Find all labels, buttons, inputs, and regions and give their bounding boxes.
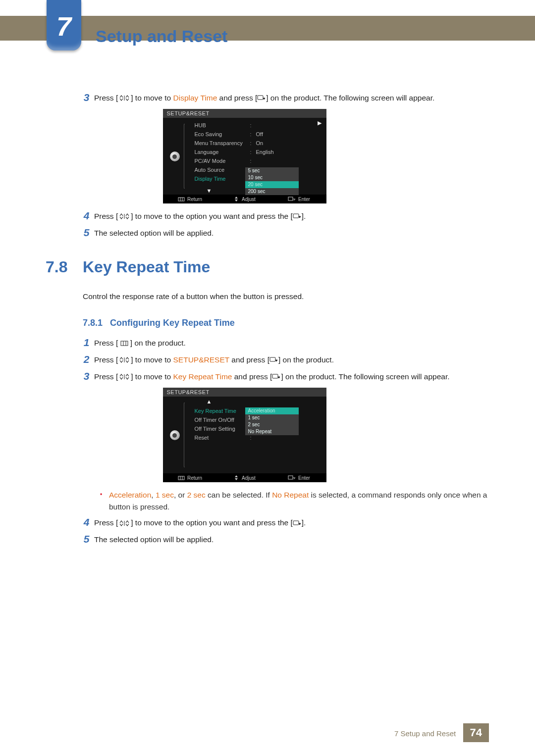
menu-icon: [178, 476, 185, 480]
section-intro: Control the response rate of a button wh…: [0, 292, 489, 301]
step-text: Press [] to move to Display Time and pre…: [94, 92, 489, 104]
svg-rect-18: [288, 476, 293, 479]
step-number: 3: [80, 92, 93, 102]
step-text: Press [] to move to the option you want …: [94, 210, 489, 222]
footer-label: 7 Setup and Reset: [394, 729, 456, 738]
subsection-heading: 7.8.1Configuring Key Repeat Time: [0, 318, 489, 328]
step-number: 5: [80, 534, 93, 544]
svg-rect-20: [293, 521, 299, 525]
osd-key-repeat: SETUP&RESET ▲ Key Repeat Time:Off Timer …: [163, 388, 326, 482]
osd-title: SETUP&RESET: [163, 109, 326, 118]
svg-rect-1: [258, 96, 263, 100]
osd-title: SETUP&RESET: [163, 388, 326, 397]
svg-rect-7: [293, 214, 299, 218]
bullet-text: Acceleration, 1 sec, or 2 sec can be sel…: [109, 489, 489, 513]
enter-icon: [288, 197, 296, 202]
step-text: Press [] to move to SETUP&RESET and pres…: [94, 354, 489, 366]
arrow-down-icon: ▼: [207, 188, 212, 194]
menu-icon: [178, 197, 185, 202]
updown-icon: [118, 374, 131, 380]
osd-menu-item[interactable]: Eco Saving:Off: [187, 130, 326, 139]
arc-decor: [184, 124, 185, 189]
step-number: 2: [80, 354, 93, 364]
step-number: 4: [80, 210, 93, 221]
osd-dropdown[interactable]: Acceleration1 sec2 secNo Repeat: [245, 407, 299, 435]
source-icon: [269, 357, 278, 363]
osd-dropdown-option[interactable]: Acceleration: [245, 407, 299, 414]
osd-display-time: SETUP&RESET ▶ HUB:Eco Saving:OffMenu Tra…: [163, 109, 326, 203]
svg-rect-2: [178, 198, 184, 201]
osd-dropdown[interactable]: 5 sec10 sec20 sec200 sec: [245, 167, 299, 195]
gear-icon: [170, 151, 180, 161]
svg-rect-8: [121, 341, 128, 346]
step-text: The selected option will be applied.: [94, 534, 489, 546]
osd-dropdown-option[interactable]: 1 sec: [245, 414, 299, 421]
chapter-number: 7: [47, 11, 81, 42]
page-number: 74: [463, 723, 489, 742]
updown-icon: [118, 520, 131, 527]
source-icon: [293, 213, 302, 220]
section-number: 7.8: [46, 258, 83, 276]
osd-dropdown-option[interactable]: 5 sec: [245, 167, 299, 174]
menu-icon: [120, 341, 128, 346]
osd-menu-item[interactable]: Language:English: [187, 148, 326, 156]
chapter-title: Setup and Reset: [96, 27, 227, 46]
source-icon: [293, 520, 302, 527]
osd-footer: Return Adjust Enter: [163, 195, 326, 203]
osd-dropdown-option[interactable]: No Repeat: [245, 428, 299, 435]
source-icon: [257, 95, 266, 101]
bullet-icon: •: [100, 489, 109, 513]
step-text: Press [] to move to Key Repeat Time and …: [94, 371, 489, 383]
osd-dropdown-option[interactable]: 20 sec: [245, 181, 299, 188]
step-number: 4: [80, 517, 93, 527]
enter-icon: [288, 475, 296, 480]
gear-icon: [170, 430, 180, 440]
osd-dropdown-option[interactable]: 200 sec: [245, 188, 299, 195]
svg-rect-12: [270, 357, 275, 361]
osd-menu-item[interactable]: Menu Transparency:On: [187, 139, 326, 148]
section-title: Key Repeat Time: [83, 258, 210, 276]
updown-icon: [118, 95, 131, 101]
osd-menu-item[interactable]: HUB:: [187, 121, 326, 130]
adjust-icon: [233, 475, 239, 481]
step-number: 1: [80, 337, 93, 348]
svg-rect-15: [178, 476, 184, 480]
step-text: Press [ ] on the product.: [94, 337, 489, 349]
updown-icon: [118, 213, 131, 220]
step-number: 5: [80, 227, 93, 238]
chapter-badge: 7: [47, 0, 81, 50]
step-text: Press [] to move to the option you want …: [94, 517, 489, 529]
page-footer: 7 Setup and Reset 74: [0, 723, 535, 742]
adjust-icon: [233, 196, 239, 202]
osd-menu-item[interactable]: PC/AV Mode:: [187, 156, 326, 165]
arrow-up-icon: ▲: [207, 399, 212, 404]
osd-footer: Return Adjust Enter: [163, 473, 326, 482]
osd-dropdown-option[interactable]: 2 sec: [245, 421, 299, 428]
svg-rect-14: [272, 374, 278, 378]
arc-decor: [184, 403, 185, 467]
source-icon: [272, 374, 281, 380]
svg-rect-5: [288, 197, 293, 201]
osd-dropdown-option[interactable]: 10 sec: [245, 174, 299, 181]
step-text: The selected option will be applied.: [94, 227, 489, 239]
updown-icon: [118, 357, 131, 363]
step-number: 3: [80, 371, 93, 381]
arrow-right-icon: ▶: [318, 120, 321, 126]
